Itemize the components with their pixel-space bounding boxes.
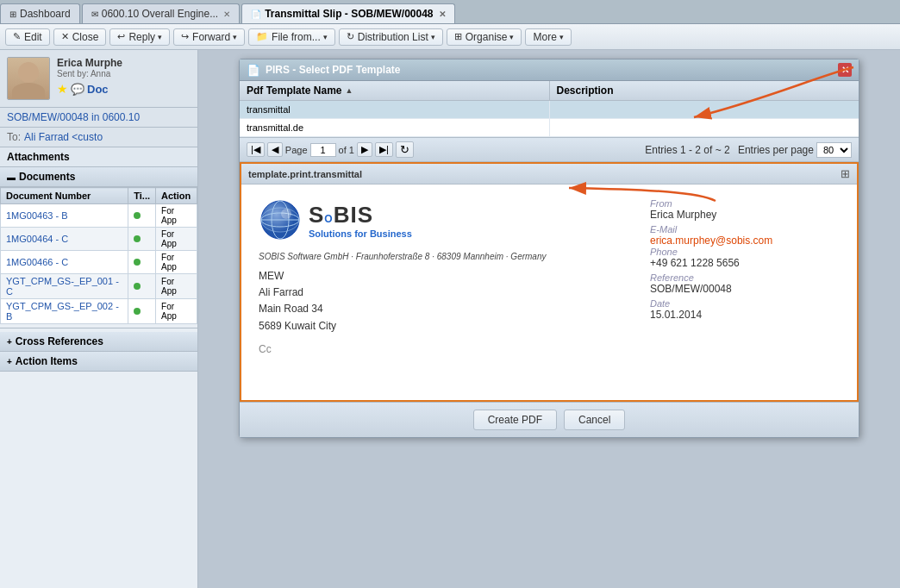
status-dot (134, 212, 141, 219)
edit-button[interactable]: ✎ Edit (5, 28, 50, 46)
table-row[interactable]: YGT_CPM_GS-_EP_002 - B For App (1, 299, 197, 324)
preview-expand-icon[interactable]: ⊞ (841, 167, 850, 180)
refresh-button[interactable]: ↻ (396, 141, 414, 158)
preview-right: From Erica Murphey E-Mail erica.murphey@… (650, 198, 840, 386)
tab-transmittal-close[interactable]: ✕ (439, 9, 446, 19)
cross-ref-toggle[interactable]: + (7, 337, 12, 347)
page-prev-button[interactable]: ◀ (267, 142, 283, 157)
doc-label: Doc (87, 83, 109, 96)
pdf-title-icon: 📄 (247, 64, 260, 77)
table-row[interactable]: YGT_CPM_GS-_EP_001 - C For App (1, 274, 197, 299)
address-line1: MEW (259, 268, 633, 285)
avatar (7, 57, 50, 100)
doc-title-cell (128, 228, 156, 251)
template-name-header: Pdf Template Name ▲ (240, 81, 550, 100)
doc-number-header: Document Number (1, 188, 128, 204)
doc-title-header: Ti... (128, 188, 156, 204)
doc-number-cell: 1MG00463 - B (1, 204, 128, 228)
address-line4: 5689 Kuwait City (259, 318, 633, 335)
doc-action-cell: For App (156, 274, 197, 299)
right-panel: 📄 PIRS - Select PDF Template ✕ Pdf Templ… (198, 50, 900, 588)
preview-title: template.print.transmittal (248, 169, 362, 179)
reference-line[interactable]: SOB/MEW/00048 in 0600.10 (0, 108, 197, 128)
organise-dropdown-arrow: ▾ (509, 33, 514, 41)
email-icon: ✉ (91, 9, 98, 19)
create-pdf-button[interactable]: Create PDF (473, 410, 557, 430)
dashboard-icon: ⊞ (9, 9, 16, 19)
tab-email-close[interactable]: ✕ (223, 9, 230, 19)
status-dot (134, 235, 141, 242)
close-icon: ✕ (61, 31, 69, 42)
forward-button[interactable]: ↪ Forward ▾ (173, 28, 245, 46)
to-line: To: Ali Farrad <custo (0, 128, 197, 147)
tab-transmittal[interactable]: 📄 Transmittal Slip - SOB/MEW/00048 ✕ (241, 3, 454, 23)
preview-titlebar: template.print.transmittal ⊞ (241, 164, 857, 185)
address-line3: Main Road 34 (259, 301, 633, 317)
page-next-button[interactable]: ▶ (357, 142, 372, 157)
template-list-header: Pdf Template Name ▲ Description (240, 81, 859, 101)
from-value: Erica Murphey (650, 209, 840, 221)
template-desc-transmittal-de (550, 119, 859, 136)
sobis-o-letter: O (324, 213, 333, 225)
table-row[interactable]: 1MG00463 - B For App (1, 204, 197, 228)
star-icon[interactable]: ★ (57, 82, 68, 96)
date-label: Date (650, 298, 840, 309)
cross-references-header: + Cross References (0, 332, 197, 352)
dialog-title: 📄 PIRS - Select PDF Template (247, 64, 401, 77)
page-first-button[interactable]: |◀ (247, 142, 265, 157)
sort-arrow-icon[interactable]: ▲ (345, 86, 353, 95)
preview-left: SOBIS Solutions for Business SOBIS Softw… (259, 198, 633, 386)
sobis-brand: SOBIS Solutions for Business (309, 202, 412, 239)
per-page-select[interactable]: 80 40 20 (816, 142, 852, 158)
sent-by: Sent by: Anna (57, 69, 191, 78)
toolbar: ✎ Edit ✕ Close ↩ Reply ▾ ↪ Forward ▾ 📁 F… (0, 24, 900, 50)
reference-label: Reference (650, 272, 840, 283)
edit-icon: ✎ (13, 31, 21, 42)
dist-dropdown-arrow: ▾ (431, 33, 435, 41)
cancel-button[interactable]: Cancel (564, 410, 625, 430)
organise-button[interactable]: ⊞ Organise ▾ (447, 28, 522, 46)
sender-name: Erica Murphe (57, 57, 191, 69)
template-desc-header: Description (550, 81, 859, 100)
template-row-transmittal[interactable]: transmittal (240, 101, 859, 119)
page-last-button[interactable]: ▶| (375, 142, 393, 157)
template-row-transmittal-de[interactable]: transmittal.de (240, 119, 859, 137)
forward-dropdown-arrow: ▾ (233, 33, 237, 41)
doc-title-cell (128, 251, 156, 274)
tab-email[interactable]: ✉ 0600.10 Overall Engine... ✕ (82, 3, 240, 23)
documents-section: ▬ Documents Document Number Ti... Action… (0, 167, 197, 324)
cc-label: Cc (259, 343, 633, 355)
documents-header: ▬ Documents (0, 167, 197, 187)
left-panel: Erica Murphe Sent by: Anna ★ 💬 Doc SOB/M… (0, 50, 198, 588)
more-button[interactable]: More ▾ (525, 28, 571, 46)
reply-button[interactable]: ↩ Reply ▾ (109, 28, 170, 46)
preview-content: SOBIS Solutions for Business SOBIS Softw… (241, 185, 857, 400)
table-row[interactable]: 1MG00466 - C For App (1, 251, 197, 274)
sobis-tagline: Solutions for Business (309, 228, 412, 239)
file-from-button[interactable]: 📁 File from... ▾ (248, 28, 335, 46)
doc-action-cell: For App (156, 299, 197, 324)
tab-dashboard[interactable]: ⊞ Dashboard (0, 3, 80, 23)
status-dot (134, 308, 141, 315)
close-button[interactable]: ✕ Close (53, 28, 107, 46)
phone-value: +49 621 1228 5656 (650, 257, 840, 269)
more-dropdown-arrow: ▾ (559, 33, 564, 41)
reply-icon: ↩ (117, 31, 125, 42)
action-items-toggle[interactable]: + (7, 357, 12, 366)
address-block: MEW Ali Farrad Main Road 34 5689 Kuwait … (259, 268, 633, 335)
doc-number-cell: YGT_CPM_GS-_EP_001 - C (1, 274, 128, 299)
page-input[interactable] (310, 143, 336, 157)
dialog-close-button[interactable]: ✕ (838, 63, 852, 77)
action-items-header: + Action Items (0, 352, 197, 372)
sobis-globe-icon (259, 198, 302, 241)
speech-icon: 💬 (71, 83, 84, 96)
table-row[interactable]: 1MG00464 - C For App (1, 228, 197, 251)
reference-value: SOB/MEW/00048 (650, 283, 840, 295)
transmittal-icon: 📄 (251, 9, 261, 19)
distribution-list-button[interactable]: ↻ Distribution List ▾ (339, 28, 443, 46)
status-dot (134, 259, 141, 266)
documents-toggle[interactable]: ▬ (7, 172, 16, 182)
entries-info: Entries 1 - 2 of ~ 2 Entries per page 80… (645, 142, 852, 158)
avatar-image (8, 57, 49, 100)
company-footer: SOBIS Software GmbH · Fraunhoferstraße 8… (259, 252, 633, 261)
